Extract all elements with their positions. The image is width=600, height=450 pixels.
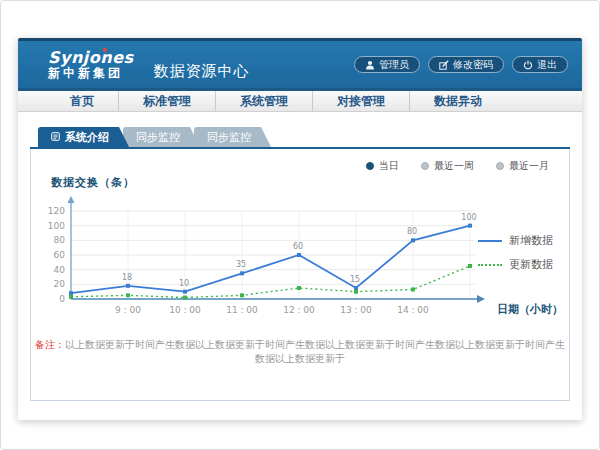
- power-icon: [523, 60, 533, 70]
- svg-text:80: 80: [407, 227, 417, 236]
- footnote-text: 以上数据更新于时间产生数据以上数据更新于时间产生数据以上数据更新于时间产生数据以…: [65, 339, 565, 364]
- radio-icon: [496, 162, 504, 170]
- legend-label: 新增数据: [509, 233, 553, 248]
- footnote-prefix: 备注：: [35, 339, 65, 350]
- admin-user-label: 管理员: [379, 58, 409, 72]
- svg-text:15: 15: [350, 275, 360, 284]
- filter-label: 最近一周: [434, 159, 474, 173]
- filter-label: 当日: [379, 159, 399, 173]
- svg-text:18: 18: [122, 273, 132, 282]
- nav-item-data-change[interactable]: 数据异动: [409, 91, 506, 111]
- svg-text:日期（小时）: 日期（小时）: [497, 303, 563, 316]
- svg-text:100: 100: [461, 213, 476, 222]
- tab-sync-monitor-2[interactable]: 同步监控: [194, 127, 271, 147]
- logo-text-cn: 新中新集团: [48, 67, 134, 80]
- tab-system-intro[interactable]: 系统介绍: [38, 127, 129, 147]
- svg-text:20: 20: [54, 279, 66, 289]
- app-header: Synjones 新中新集团 数据资源中心 管理员 修改密码: [18, 38, 582, 88]
- app-title: 数据资源中心: [154, 62, 250, 81]
- filter-last-month[interactable]: 最近一月: [496, 159, 549, 173]
- page-card: Synjones 新中新集团 数据资源中心 管理员 修改密码: [18, 38, 582, 420]
- nav-item-standard-mgmt[interactable]: 标准管理: [118, 91, 215, 111]
- user-icon: [365, 60, 375, 70]
- svg-text:120: 120: [48, 206, 65, 216]
- svg-text:0: 0: [59, 294, 65, 304]
- chart-legend: 新增数据 更新数据: [478, 233, 553, 272]
- dotted-line-icon: [478, 264, 502, 266]
- nav-item-system-mgmt[interactable]: 系统管理: [215, 91, 312, 111]
- svg-text:40: 40: [54, 265, 66, 275]
- range-filters: 当日 最近一周 最近一月: [366, 159, 549, 173]
- svg-text:12 : 00: 12 : 00: [283, 305, 315, 315]
- legend-label: 更新数据: [509, 257, 553, 272]
- filter-label: 最近一月: [509, 159, 549, 173]
- footnote: 备注：以上数据更新于时间产生数据以上数据更新于时间产生数据以上数据更新于时间产生…: [31, 338, 569, 366]
- tab-label: 同步监控: [136, 130, 180, 145]
- tab-bar: 系统介绍 同步监控 同步监控: [38, 127, 570, 147]
- svg-text:13 : 00: 13 : 00: [340, 305, 372, 315]
- svg-text:100: 100: [48, 221, 65, 231]
- logout-button[interactable]: 退出: [512, 56, 568, 73]
- radio-icon: [366, 162, 374, 170]
- company-logo[interactable]: Synjones 新中新集团: [48, 49, 134, 80]
- tab-sync-monitor-1[interactable]: 同步监控: [123, 127, 200, 147]
- nav-item-home[interactable]: 首页: [46, 91, 118, 111]
- nav-item-interface-mgmt[interactable]: 对接管理: [312, 91, 409, 111]
- y-axis-title: 数据交换（条）: [51, 175, 135, 190]
- content-area: 系统介绍 同步监控 同步监控 当日 最近一周: [18, 112, 582, 401]
- solid-line-icon: [478, 240, 502, 242]
- filter-last-week[interactable]: 最近一周: [421, 159, 474, 173]
- tab-label: 系统介绍: [65, 130, 109, 145]
- svg-text:9 : 00: 9 : 00: [115, 305, 141, 315]
- header-actions: 管理员 修改密码 退出: [354, 56, 568, 73]
- svg-text:10 : 00: 10 : 00: [169, 305, 201, 315]
- tab-label: 同步监控: [207, 130, 251, 145]
- svg-text:60: 60: [293, 242, 303, 251]
- svg-text:80: 80: [54, 235, 66, 245]
- filter-today[interactable]: 当日: [366, 159, 399, 173]
- admin-user-button[interactable]: 管理员: [354, 56, 420, 73]
- svg-text:60: 60: [54, 250, 66, 260]
- main-nav: 首页 标准管理 系统管理 对接管理 数据异动: [18, 91, 582, 112]
- chart-panel: 当日 最近一周 最近一月 数据交换（条） 0204060801001209 : …: [30, 149, 570, 401]
- legend-item-new-data: 新增数据: [478, 233, 553, 248]
- logout-label: 退出: [537, 58, 557, 72]
- edit-icon: [439, 60, 449, 70]
- logo-text-en: Synjones: [48, 49, 134, 67]
- svg-text:10: 10: [179, 279, 189, 288]
- change-password-button[interactable]: 修改密码: [428, 56, 504, 73]
- document-icon: [51, 131, 60, 144]
- svg-text:35: 35: [236, 260, 246, 269]
- change-password-label: 修改密码: [453, 58, 493, 72]
- svg-text:14 : 00: 14 : 00: [397, 305, 429, 315]
- svg-text:11 : 00: 11 : 00: [226, 305, 258, 315]
- radio-icon: [421, 162, 429, 170]
- legend-item-update-data: 更新数据: [478, 257, 553, 272]
